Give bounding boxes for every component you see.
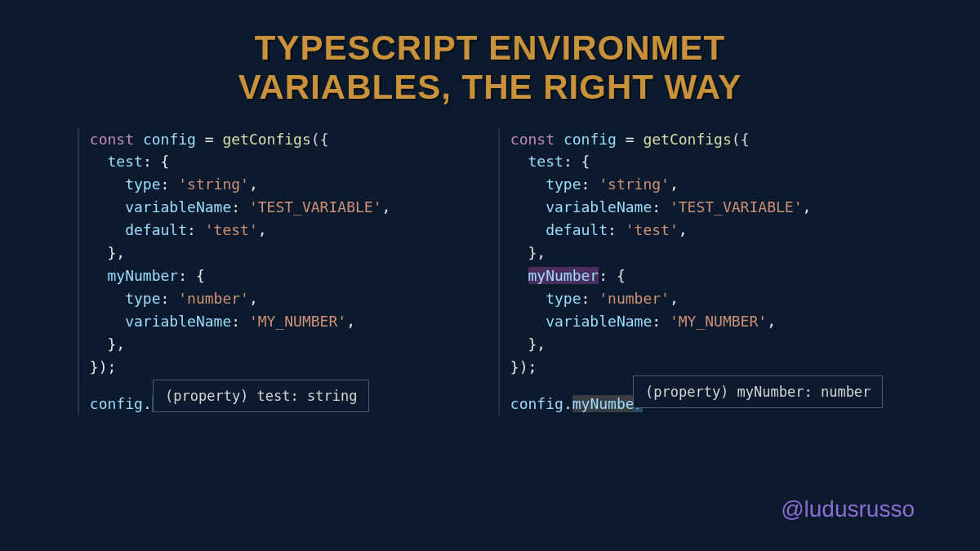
tooltip-text: (property) test: string <box>165 388 357 404</box>
close-brace2-r: }, <box>528 335 546 353</box>
prop-mynumber-r: myNumber <box>528 267 599 284</box>
config-ref-r: config <box>510 395 564 412</box>
close-all-r: }); <box>510 358 537 375</box>
prop-variablename2-r: variableName <box>546 313 652 330</box>
val-string-r: 'string' <box>599 176 670 193</box>
fn-getconfigs: getConfigs <box>222 131 310 148</box>
dot: . <box>143 395 152 412</box>
code-container: const config = getConfigs({ test: { type… <box>0 128 980 416</box>
kw-const: const <box>90 131 134 148</box>
prop-ref-mynumber: myNumbe <box>572 395 635 412</box>
prop-type2: type <box>125 290 160 307</box>
prop-type-r: type <box>546 176 581 193</box>
prop-default: default <box>125 221 187 238</box>
prop-mynumber: myNumber <box>108 267 179 284</box>
open-paren-r: ({ <box>732 131 750 148</box>
prop-default-r: default <box>546 221 608 238</box>
code-block-left: const config = getConfigs({ test: { type… <box>78 128 482 416</box>
eq: = <box>196 131 223 148</box>
close-brace2: }, <box>108 335 126 353</box>
code-block-right: const config = getConfigs({ test: { type… <box>498 128 902 416</box>
val-string: 'string' <box>178 176 249 193</box>
colon-brace2-r: : { <box>599 267 626 284</box>
eq-r: = <box>617 131 644 148</box>
val-number: 'number' <box>178 290 249 307</box>
fn-getconfigs-r: getConfigs <box>643 131 731 148</box>
close-brace1: }, <box>108 244 126 261</box>
title-line1: TYPESCRIPT ENVIRONMET <box>255 29 725 67</box>
kw-const-r: const <box>510 131 555 148</box>
val-testvar-r: 'TEST_VARIABLE' <box>670 198 803 216</box>
close-brace1-r: }, <box>528 244 546 261</box>
title-line2: VARIABLES, THE RIGHT WAY <box>238 68 742 106</box>
config-ref: config <box>90 395 143 412</box>
prop-type: type <box>125 176 160 193</box>
tooltip-right: (property) myNumber: number <box>633 375 883 408</box>
val-number-r: 'number' <box>599 290 670 307</box>
dot-r: . <box>564 395 572 412</box>
prop-variablename: variableName <box>125 198 231 216</box>
val-test-r: 'test' <box>626 221 679 238</box>
author-handle: @ludusrusso <box>781 496 915 522</box>
prop-test: test <box>108 153 143 170</box>
colon-brace2: : { <box>178 267 205 284</box>
tooltip-text-r: (property) myNumber: number <box>645 384 871 400</box>
val-mynumber-r: 'MY_NUMBER' <box>670 313 767 330</box>
val-mynumber: 'MY_NUMBER' <box>249 313 346 330</box>
colon-brace-r: : { <box>564 153 590 170</box>
prop-test-r: test <box>528 153 564 170</box>
prop-variablename2: variableName <box>125 313 231 330</box>
tooltip-left: (property) test: string <box>153 380 369 412</box>
var-config-r: config <box>564 131 617 148</box>
open-paren: ({ <box>311 131 329 148</box>
val-testvar: 'TEST_VARIABLE' <box>249 198 382 216</box>
colon-brace: : { <box>143 153 170 170</box>
var-config: config <box>143 131 196 148</box>
page-title: TYPESCRIPT ENVIRONMET VARIABLES, THE RIG… <box>0 0 980 128</box>
val-test: 'test' <box>205 221 258 238</box>
close-all: }); <box>90 358 117 375</box>
prop-type2-r: type <box>546 290 581 307</box>
prop-variablename-r: variableName <box>546 198 652 216</box>
